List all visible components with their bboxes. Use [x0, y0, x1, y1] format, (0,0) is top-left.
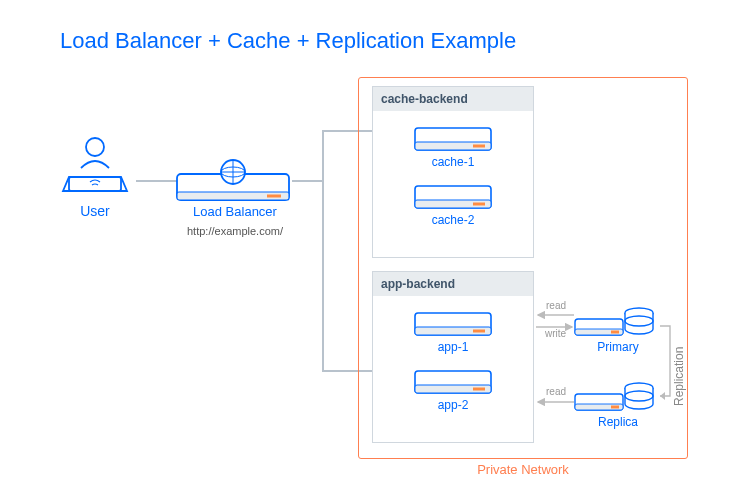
svg-rect-14: [473, 203, 485, 206]
svg-rect-17: [473, 330, 485, 333]
user-label: User: [55, 203, 135, 219]
app-backend-group: app-backend app-1 app-2: [372, 271, 534, 443]
app-backend-header: app-backend: [373, 272, 533, 296]
db-primary-label: Primary: [573, 340, 663, 354]
server-icon: [413, 178, 493, 212]
server-app-2: app-2: [413, 363, 493, 412]
load-balancer-label: Load Balancer: [175, 204, 295, 219]
read-label-1: read: [546, 300, 566, 311]
load-balancer-url: http://example.com/: [175, 225, 295, 237]
server-cache-1: cache-1: [413, 120, 493, 169]
svg-rect-28: [611, 406, 619, 409]
db-replica-label: Replica: [573, 415, 663, 429]
svg-rect-23: [611, 331, 619, 334]
server-app-1: app-1: [413, 305, 493, 354]
server-label: cache-1: [413, 155, 493, 169]
server-cache-2: cache-2: [413, 178, 493, 227]
server-label: app-2: [413, 398, 493, 412]
wire-lb-out: [292, 180, 324, 182]
private-network-label: Private Network: [358, 462, 688, 477]
database-icon: [573, 380, 663, 414]
cache-backend-group: cache-backend cache-1 cache-2: [372, 86, 534, 258]
write-label: write: [545, 328, 566, 339]
diagram-title: Load Balancer + Cache + Replication Exam…: [60, 28, 516, 54]
db-primary-node: Primary: [573, 305, 663, 354]
wire-lb-vert: [322, 130, 324, 372]
user-icon: [55, 135, 135, 199]
load-balancer-icon: [175, 158, 291, 202]
cache-backend-header: cache-backend: [373, 87, 533, 111]
read-label-2: read: [546, 386, 566, 397]
server-label: app-1: [413, 340, 493, 354]
arrow-read: [534, 395, 576, 409]
server-icon: [413, 120, 493, 154]
svg-rect-20: [473, 388, 485, 391]
server-label: cache-2: [413, 213, 493, 227]
svg-rect-4: [267, 195, 281, 198]
replication-label: Replication: [672, 347, 686, 406]
server-icon: [413, 363, 493, 397]
database-icon: [573, 305, 663, 339]
load-balancer-node: Load Balancer http://example.com/: [175, 158, 295, 237]
user-node: User: [55, 135, 135, 219]
svg-rect-11: [473, 145, 485, 148]
db-replica-node: Replica: [573, 380, 663, 429]
server-icon: [413, 305, 493, 339]
svg-point-0: [86, 138, 104, 156]
